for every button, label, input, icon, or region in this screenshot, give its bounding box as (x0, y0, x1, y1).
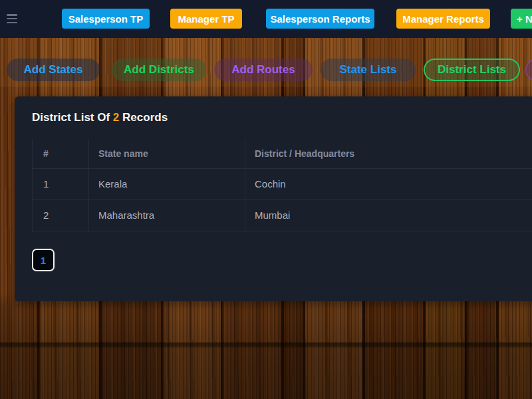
cell-state: Maharashtra (89, 200, 245, 231)
district-list-card: District List Of 2 Records # State name … (15, 96, 532, 301)
manager-tp-button[interactable]: Manager TP (170, 9, 242, 29)
hamburger-menu-icon[interactable] (7, 14, 17, 23)
app-screen: Salesperson TP Manager TP Salesperson Re… (0, 0, 532, 399)
record-count: 2 (113, 111, 119, 124)
cell-district: Cochin (245, 168, 532, 200)
cell-index: 1 (33, 168, 89, 200)
table-row: 1 Kerala Cochin (33, 168, 532, 200)
card-title-suffix: Records (122, 111, 168, 124)
nav-pill-add-districts[interactable]: Add Districts (112, 59, 206, 81)
column-header-state: State name (89, 139, 245, 168)
nav-pill-add-states[interactable]: Add States (7, 59, 100, 81)
table-row: 2 Maharashtra Mumbai (33, 200, 532, 231)
column-header-index: # (33, 139, 89, 168)
card-title-prefix: District List Of (32, 111, 110, 124)
cell-index: 2 (33, 200, 89, 231)
new-item-button[interactable]: + N (511, 9, 532, 29)
column-header-district: District / Headquarters (245, 139, 532, 168)
district-table: # State name District / Headquarters 1 K… (32, 139, 532, 231)
salesperson-reports-button[interactable]: Salesperson Reports (266, 9, 374, 29)
nav-pill-district-lists-active[interactable]: District Lists (424, 59, 520, 81)
cell-district: Mumbai (245, 200, 532, 231)
nav-pill-add-routes[interactable]: Add Routes (214, 59, 313, 81)
top-navbar: Salesperson TP Manager TP Salesperson Re… (0, 0, 532, 38)
cell-state: Kerala (89, 168, 245, 200)
nav-pill-state-lists[interactable]: State Lists (321, 59, 416, 81)
table-header-row: # State name District / Headquarters (33, 139, 532, 168)
pagination-page-1-button[interactable]: 1 (32, 249, 55, 271)
manager-reports-button[interactable]: Manager Reports (396, 9, 490, 29)
salesperson-tp-button[interactable]: Salesperson TP (62, 9, 150, 29)
card-title: District List Of 2 Records (32, 111, 168, 124)
